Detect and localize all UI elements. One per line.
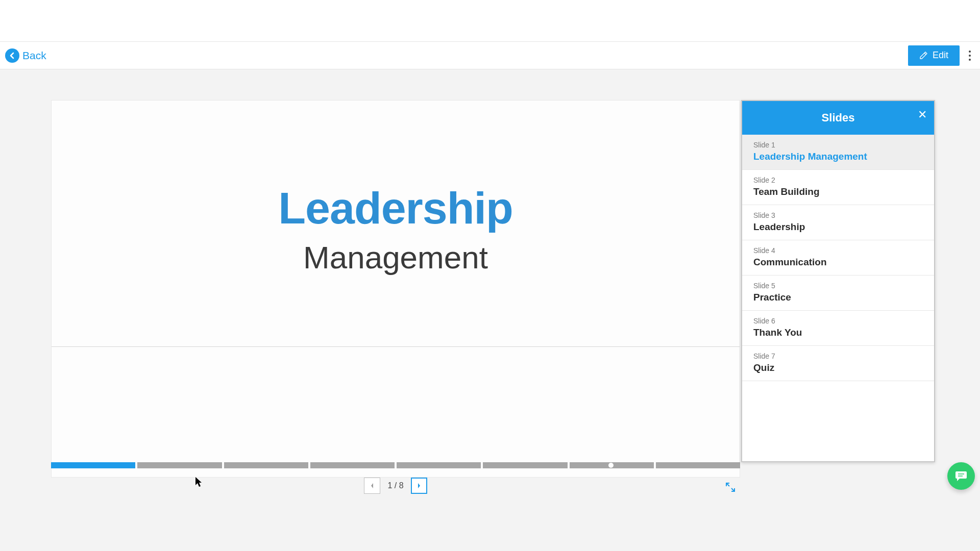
edit-button[interactable]: Edit [908, 45, 960, 66]
slide-item-1[interactable]: Slide 1Leadership Management [742, 135, 934, 170]
caret-left-icon [370, 482, 375, 489]
slide-subtitle: Management [52, 239, 740, 276]
pencil-icon [919, 52, 927, 60]
slides-panel-title: Slides [822, 111, 855, 124]
progress-bar[interactable] [51, 462, 740, 468]
browser-top-space [0, 0, 980, 42]
back-button[interactable]: Back [5, 48, 46, 63]
expand-icon [725, 482, 736, 493]
page-indicator: 1 / 8 [387, 481, 403, 490]
slide-divider [52, 346, 740, 347]
edit-label: Edit [933, 50, 948, 61]
slide-item-name: Practice [753, 292, 923, 303]
chat-icon [954, 470, 968, 482]
slides-panel-list: Slide 1Leadership ManagementSlide 2Team … [742, 135, 934, 381]
slide-item-name: Thank You [753, 327, 923, 338]
close-icon[interactable]: ✕ [918, 108, 927, 121]
more-menu-button[interactable] [965, 46, 975, 65]
nav-controls: 1 / 8 [51, 478, 740, 494]
progress-segment[interactable] [483, 462, 567, 468]
slide-item-num: Slide 7 [753, 352, 923, 360]
progress-segment[interactable] [51, 462, 135, 468]
toolbar: Back Edit [0, 42, 980, 69]
slides-panel-header: Slides ✕ [742, 101, 934, 135]
slide-item-num: Slide 6 [753, 317, 923, 325]
progress-segment[interactable] [137, 462, 222, 468]
page-total: 8 [399, 481, 404, 490]
chevron-left-icon [5, 48, 19, 63]
progress-segment[interactable] [310, 462, 395, 468]
fullscreen-button[interactable] [725, 482, 736, 495]
slide-item-num: Slide 4 [753, 246, 923, 255]
slide-item-name: Leadership [753, 221, 923, 233]
progress-dot[interactable] [608, 463, 614, 468]
back-label: Back [22, 49, 46, 62]
slide-item-name: Communication [753, 257, 923, 268]
stage: Leadership Management 1 / 8 Slides ✕ Sli… [0, 69, 980, 551]
slide-item-num: Slide 2 [753, 176, 923, 184]
slide-item-7[interactable]: Slide 7Quiz [742, 346, 934, 381]
slide-item-num: Slide 1 [753, 141, 923, 149]
slide-title: Leadership [52, 182, 740, 234]
slide-item-4[interactable]: Slide 4Communication [742, 240, 934, 276]
slide-item-name: Leadership Management [753, 151, 923, 162]
slide-item-5[interactable]: Slide 5Practice [742, 276, 934, 311]
slide-item-num: Slide 5 [753, 282, 923, 290]
slide-item-num: Slide 3 [753, 211, 923, 219]
slide-item-3[interactable]: Slide 3Leadership [742, 205, 934, 240]
slide-item-2[interactable]: Slide 2Team Building [742, 170, 934, 205]
progress-segment[interactable] [656, 462, 740, 468]
slide-item-name: Team Building [753, 186, 923, 197]
progress-segment[interactable] [224, 462, 308, 468]
slide-canvas: Leadership Management [51, 100, 740, 478]
page-sep: / [392, 481, 399, 490]
caret-right-icon [416, 482, 422, 489]
slide-content: Leadership Management [52, 182, 740, 276]
toolbar-right: Edit [908, 45, 975, 66]
progress-segment[interactable] [397, 462, 481, 468]
slide-item-6[interactable]: Slide 6Thank You [742, 311, 934, 346]
chat-button[interactable] [947, 462, 975, 490]
next-slide-button[interactable] [411, 478, 427, 494]
slides-panel: Slides ✕ Slide 1Leadership ManagementSli… [741, 100, 935, 462]
prev-slide-button[interactable] [364, 478, 380, 494]
slide-item-name: Quiz [753, 362, 923, 373]
page-current: 1 [387, 481, 392, 490]
